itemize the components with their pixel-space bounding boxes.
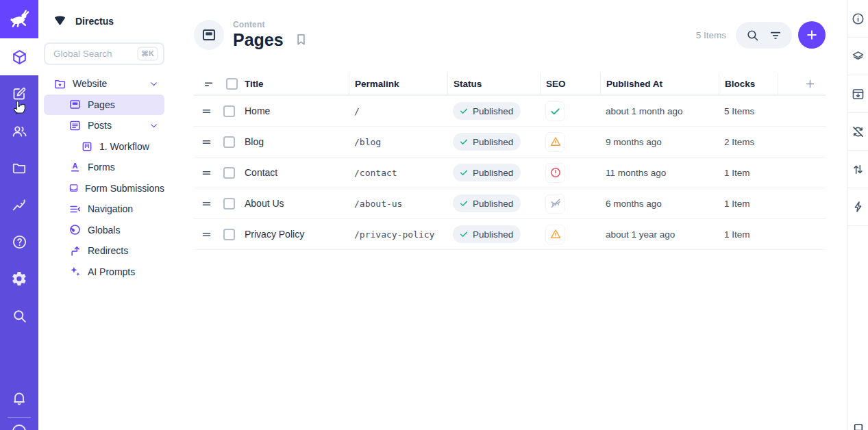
- global-search-input[interactable]: [53, 49, 137, 59]
- module-search[interactable]: [0, 297, 38, 334]
- status-badge: Published: [453, 133, 521, 151]
- cell-title: Home: [239, 105, 349, 116]
- sidebar-flows-button[interactable]: [848, 188, 868, 226]
- directus-logo[interactable]: [0, 0, 38, 38]
- column-header-status[interactable]: Status: [447, 73, 540, 94]
- row-checkbox[interactable]: [223, 105, 235, 117]
- seo-check-icon[interactable]: [545, 101, 565, 121]
- column-header-published-at[interactable]: Published At: [600, 73, 719, 94]
- drag-handle[interactable]: [194, 136, 219, 148]
- drag-handle[interactable]: [194, 229, 219, 240]
- check-icon: [459, 229, 469, 239]
- sidebar-archive-button[interactable]: [848, 75, 868, 113]
- title-icon: A: [69, 161, 82, 174]
- drag-handle[interactable]: [194, 198, 219, 210]
- nav-item-navigation[interactable]: Navigation: [44, 199, 164, 220]
- drag-handle[interactable]: [194, 167, 219, 179]
- project-header[interactable]: Directus: [38, 0, 170, 36]
- account-icon[interactable]: [12, 425, 26, 430]
- drag-handle[interactable]: [194, 105, 219, 117]
- sidebar-layers-button[interactable]: [848, 38, 868, 75]
- notifications-button[interactable]: [0, 381, 38, 414]
- nav-item-workflow[interactable]: 1. Workflow: [44, 136, 164, 157]
- row-checkbox[interactable]: [223, 229, 235, 240]
- seo-warning-icon[interactable]: [545, 225, 565, 244]
- collection-icon-circle: [194, 20, 224, 50]
- cell-seo: [540, 101, 600, 121]
- row-checkbox[interactable]: [223, 198, 235, 210]
- nav-item-website[interactable]: Website: [44, 73, 164, 94]
- nav-item-label: Posts: [88, 120, 112, 131]
- sort-icon: [203, 78, 215, 90]
- table-row[interactable]: Blog /blog Published 9 months ago 2 Item…: [194, 127, 826, 157]
- column-header-blocks[interactable]: Blocks: [719, 73, 778, 94]
- nav-item-posts[interactable]: Posts: [44, 115, 164, 136]
- filter-button[interactable]: [769, 28, 782, 42]
- row-checkbox[interactable]: [223, 167, 235, 179]
- seo-error-icon[interactable]: [545, 163, 565, 183]
- seo-hidden-icon[interactable]: [545, 194, 565, 214]
- sidebar-toggle-peek-icon[interactable]: [853, 422, 864, 430]
- module-help[interactable]: [0, 223, 38, 260]
- table-row[interactable]: Home / Published about 1 month ago 5 Ite…: [194, 96, 826, 127]
- select-all-header: [219, 73, 239, 94]
- nav-item-ai-prompts[interactable]: AI Prompts: [44, 262, 164, 283]
- module-users[interactable]: [0, 112, 38, 149]
- sync-disabled-icon: [851, 125, 865, 139]
- toolbar-pill: [736, 22, 792, 49]
- global-search[interactable]: ⌘K: [44, 42, 164, 65]
- nav-item-label: Globals: [88, 225, 120, 236]
- info-icon: [851, 12, 865, 26]
- module-collections[interactable]: [0, 38, 38, 75]
- cell-seo: [540, 163, 600, 183]
- check-icon: [459, 106, 469, 116]
- nav-item-globals[interactable]: Globals: [44, 220, 164, 241]
- row-select: [219, 105, 239, 117]
- sidebar-sync-disabled-button[interactable]: [848, 113, 868, 151]
- collection-nav-list: Website Pages Posts: [38, 73, 170, 282]
- page-title: Pages: [233, 30, 284, 50]
- sort-column-header[interactable]: [194, 73, 219, 94]
- sidebar-info-button[interactable]: [848, 0, 868, 38]
- drag-handle-icon: [201, 229, 212, 240]
- title-block: Content Pages: [233, 20, 284, 50]
- column-header-title[interactable]: Title: [239, 73, 349, 94]
- column-header-permalink[interactable]: Permalink: [349, 73, 447, 94]
- nav-item-form-submissions[interactable]: Form Submissions: [44, 178, 164, 199]
- browser-icon: [69, 98, 82, 111]
- chevron-down-icon[interactable]: [149, 121, 159, 131]
- add-column-button[interactable]: [778, 73, 826, 94]
- cell-permalink: /contact: [349, 168, 447, 178]
- search-icon: [745, 28, 760, 42]
- check-icon: [459, 168, 469, 177]
- module-files[interactable]: [0, 149, 38, 186]
- nav-item-redirects[interactable]: Redirects: [44, 240, 164, 262]
- cell-permalink: /about-us: [349, 199, 447, 209]
- module-insights[interactable]: [0, 186, 38, 223]
- nav-item-forms[interactable]: A Forms: [44, 157, 164, 178]
- cell-title: Privacy Policy: [239, 229, 349, 240]
- sidebar-import-export-button[interactable]: [848, 151, 868, 188]
- module-content[interactable]: [0, 75, 38, 112]
- cell-published-at: 6 months ago: [600, 199, 719, 209]
- breadcrumb: Content: [233, 20, 284, 29]
- search-button[interactable]: [745, 28, 760, 42]
- select-all-checkbox[interactable]: [226, 78, 238, 90]
- table-row[interactable]: Contact /contact Published 11 months ago…: [194, 157, 826, 188]
- bookmark-button[interactable]: [294, 32, 308, 49]
- cell-permalink: /privacy-policy: [349, 229, 447, 240]
- nav-item-label: Form Submissions: [85, 183, 164, 194]
- seo-warning-icon[interactable]: [545, 132, 565, 152]
- row-select: [219, 198, 239, 210]
- table-row[interactable]: Privacy Policy /privacy-policy Published…: [194, 219, 826, 250]
- cell-permalink: /blog: [349, 137, 447, 147]
- module-settings[interactable]: [0, 260, 38, 297]
- nav-item-pages[interactable]: Pages: [44, 94, 164, 116]
- add-item-button[interactable]: [798, 21, 826, 49]
- drag-handle-icon: [201, 167, 212, 179]
- filter-icon: [769, 28, 782, 42]
- table-row[interactable]: About Us /about-us Published: [194, 188, 826, 219]
- column-header-seo[interactable]: SEO: [540, 73, 600, 94]
- row-checkbox[interactable]: [223, 136, 235, 148]
- chevron-down-icon[interactable]: [149, 79, 159, 89]
